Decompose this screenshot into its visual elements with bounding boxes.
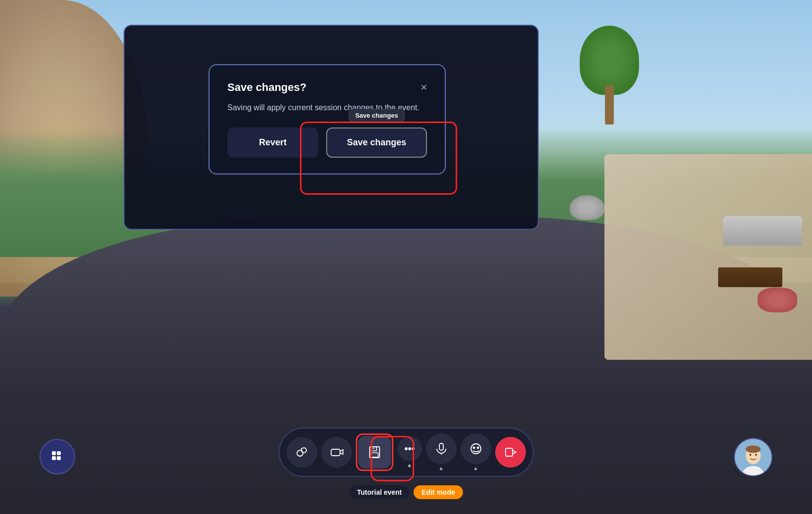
mic-icon (434, 442, 448, 456)
svg-point-24 (746, 445, 761, 453)
edit-mode-badge: Edit mode (414, 485, 463, 499)
status-bar: Tutorial event Edit mode (349, 485, 463, 499)
bg-ottoman (758, 288, 797, 312)
chevron-up-icon: ▲ (407, 462, 413, 468)
emoji-chevron-icon: ▲ (473, 465, 478, 471)
bg-sofa (723, 216, 802, 246)
save-changes-dialog: Save changes? × Saving will apply curren… (209, 64, 446, 174)
save-toolbar-button[interactable] (358, 436, 391, 469)
svg-point-25 (749, 454, 751, 456)
save-icon (368, 445, 382, 459)
modal-title: Save changes? (227, 81, 306, 94)
mic-chevron-icon: ▲ (438, 465, 444, 471)
avatar-icon (735, 438, 771, 475)
svg-point-13 (471, 444, 481, 454)
leave-button[interactable] (495, 437, 526, 468)
avatar-button[interactable] (734, 438, 772, 476)
modal-actions: Revert Save changes Save changes (227, 128, 427, 158)
more-icon (403, 442, 417, 456)
svg-rect-17 (52, 451, 56, 455)
svg-rect-3 (331, 449, 340, 456)
menu-grid-button[interactable] (40, 439, 75, 474)
emoji-group: ▲ (461, 433, 491, 471)
emoji-button[interactable] (461, 433, 491, 464)
save-toolbar-container (356, 433, 393, 471)
save-button-container: Save changes Save changes (326, 128, 427, 158)
svg-point-1 (301, 448, 306, 453)
avatar-image (735, 439, 771, 475)
svg-point-8 (405, 448, 407, 450)
svg-point-15 (477, 447, 478, 449)
close-button[interactable]: × (421, 82, 427, 93)
bg-table (718, 267, 782, 287)
effects-button[interactable] (287, 437, 317, 468)
emoji-icon (469, 442, 483, 456)
svg-point-26 (755, 454, 757, 456)
svg-point-9 (409, 448, 411, 450)
grid-icon (49, 449, 65, 465)
bg-rock (570, 195, 604, 220)
svg-rect-19 (52, 456, 56, 460)
bg-room (604, 154, 812, 360)
svg-rect-20 (57, 456, 61, 460)
toolbar: ▲ ▲ ▲ (279, 428, 534, 477)
svg-rect-5 (372, 447, 377, 451)
save-changes-button[interactable]: Save changes (326, 128, 427, 158)
svg-rect-6 (371, 453, 378, 457)
svg-rect-16 (506, 448, 513, 456)
camera-icon (330, 445, 343, 459)
svg-point-14 (473, 447, 474, 449)
event-label: Tutorial event (349, 485, 410, 499)
save-tooltip: Save changes (349, 109, 405, 122)
more-options-group: ▲ (397, 436, 422, 468)
bg-tree (580, 26, 639, 125)
svg-rect-11 (439, 443, 443, 450)
mic-button[interactable] (426, 433, 457, 464)
leave-icon (504, 445, 517, 459)
revert-button[interactable]: Revert (227, 128, 318, 158)
svg-rect-18 (57, 451, 61, 455)
more-options-button[interactable] (397, 436, 422, 461)
modal-header: Save changes? × (227, 81, 427, 94)
camera-button[interactable] (321, 437, 352, 468)
effects-icon (295, 445, 309, 459)
svg-point-10 (412, 448, 414, 450)
mic-group: ▲ (426, 433, 457, 471)
